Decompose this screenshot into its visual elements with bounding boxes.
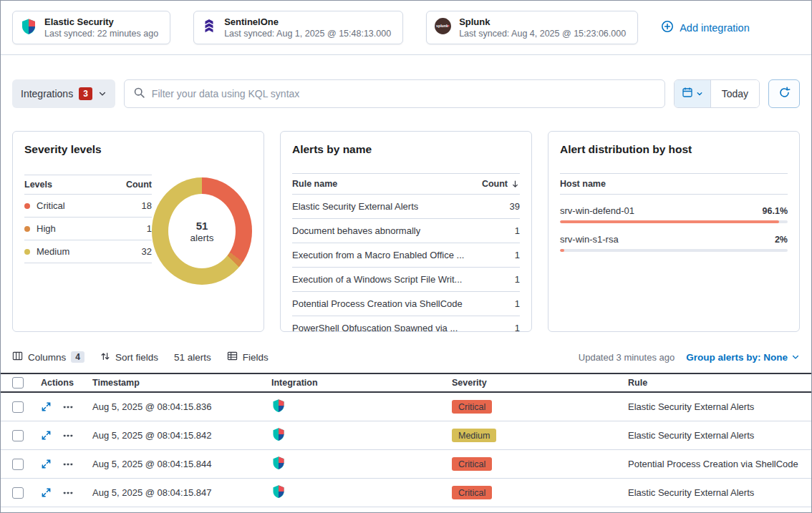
severity-count: 32	[142, 246, 152, 257]
select-all-checkbox[interactable]	[12, 377, 24, 389]
more-actions-icon[interactable]	[63, 488, 73, 498]
row-checkbox[interactable]	[12, 459, 24, 470]
alert-timestamp: Aug 5, 2025 @ 08:04:15.836	[92, 401, 271, 412]
add-integration-button[interactable]: Add integration	[661, 20, 750, 35]
host-name-link[interactable]: srv-win-s1-rsa	[560, 234, 619, 245]
integrations-bar: Elastic Security Last synced: 22 minutes…	[1, 1, 811, 55]
severity-label: Critical	[37, 200, 65, 211]
elastic-logo-icon	[271, 484, 452, 501]
refresh-button[interactable]	[768, 79, 800, 108]
chevron-down-icon	[696, 90, 703, 97]
integrations-filter-button[interactable]: Integrations 3	[12, 79, 115, 108]
group-alerts-by-dropdown[interactable]: Group alerts by: None	[686, 352, 800, 363]
header-timestamp: Timestamp	[92, 378, 271, 388]
today-button[interactable]: Today	[711, 80, 759, 107]
alert-row[interactable]: Aug 5, 2025 @ 08:04:15.844 Critical Pote…	[1, 450, 811, 479]
severity-count: 18	[142, 200, 152, 211]
rule-count: 39	[510, 201, 520, 212]
sentinelone-logo-icon	[201, 19, 217, 37]
integration-name: Splunk	[459, 16, 626, 27]
rule-name: Execution from a Macro Enabled Office ..…	[292, 250, 464, 260]
rule-name-col-header: Rule name	[292, 179, 337, 189]
summary-panels: Severity levels Levels Count Critical 18…	[12, 131, 800, 332]
expand-alert-icon[interactable]	[41, 430, 52, 441]
alert-row[interactable]: Aug 5, 2025 @ 08:04:15.842 Medium Elasti…	[1, 421, 811, 450]
severity-label: Medium	[37, 246, 69, 257]
integration-last-synced: Last synced: Aug 1, 2025 @ 15:48:13.000	[224, 29, 391, 39]
count-sort-header[interactable]: Count	[482, 179, 520, 189]
alerts-table: Actions Timestamp Integration Severity R…	[1, 373, 811, 507]
fields-label: Fields	[243, 352, 269, 363]
integration-name: Elastic Security	[44, 16, 158, 27]
rule-count: 1	[515, 323, 520, 332]
refresh-icon	[778, 87, 791, 102]
date-picker-calendar-button[interactable]	[675, 80, 711, 107]
severity-row-critical: Critical 18	[24, 195, 152, 218]
add-integration-label: Add integration	[680, 22, 750, 34]
alert-rule-name: Potential Process Creation via ShellCode	[628, 459, 800, 469]
expand-alert-icon[interactable]	[41, 487, 52, 498]
sort-fields-label: Sort fields	[115, 352, 158, 363]
more-actions-icon[interactable]	[63, 431, 73, 441]
columns-label: Columns	[28, 352, 66, 363]
integration-name: SentinelOne	[224, 16, 391, 27]
columns-icon	[12, 351, 23, 363]
rule-count: 1	[515, 298, 520, 309]
expand-alert-icon[interactable]	[41, 459, 52, 469]
host-bar-fill	[560, 220, 779, 223]
expand-alert-icon[interactable]	[41, 401, 52, 412]
severity-col-levels: Levels	[24, 180, 52, 190]
updated-timestamp: Updated 3 minutes ago	[579, 352, 675, 363]
plus-circle-icon	[661, 20, 674, 35]
integration-last-synced: Last synced: 22 minutes ago	[44, 29, 158, 39]
host-name-link[interactable]: srv-win-defend-01	[560, 205, 634, 216]
more-actions-icon[interactable]	[63, 402, 73, 412]
severity-levels-panel: Severity levels Levels Count Critical 18…	[12, 131, 264, 332]
alerts-count-label: 51 alerts	[174, 352, 211, 363]
header-rule: Rule	[628, 378, 800, 388]
panel-title: Alert distribution by host	[560, 143, 788, 156]
kql-search-input[interactable]	[152, 88, 656, 99]
alert-rule-name: Elastic Security External Alerts	[628, 430, 800, 441]
fields-button[interactable]: Fields	[227, 351, 269, 363]
sort-arrow-down-icon	[511, 180, 520, 189]
security-dashboard: Elastic Security Last synced: 22 minutes…	[0, 0, 812, 513]
header-severity: Severity	[452, 378, 628, 388]
host-percent: 2%	[775, 235, 788, 245]
row-checkbox[interactable]	[12, 401, 24, 413]
alert-row[interactable]: Aug 5, 2025 @ 08:04:15.836 Critical Elas…	[1, 393, 811, 421]
elastic-logo-icon	[271, 427, 452, 444]
alerts-by-name-row: Potential Process Creation via ShellCode…	[292, 292, 520, 316]
rule-name: Document behaves abnormally	[292, 225, 420, 236]
row-checkbox[interactable]	[12, 430, 24, 441]
chevron-down-icon	[98, 89, 107, 98]
alerts-by-name-panel: Alerts by name Rule name Count Elastic S…	[280, 131, 532, 332]
host-bar-fill	[560, 249, 564, 252]
more-actions-icon[interactable]	[63, 459, 73, 469]
integration-card-splunk[interactable]: splunk > Splunk Last synced: Aug 4, 2025…	[426, 11, 638, 44]
severity-row-medium: Medium 32	[24, 240, 152, 263]
donut-total-label: alerts	[190, 233, 213, 243]
integration-last-synced: Last synced: Aug 4, 2025 @ 15:23:06.000	[459, 29, 626, 39]
alerts-by-name-row: Execution from a Macro Enabled Office ..…	[292, 243, 520, 268]
columns-button[interactable]: Columns 4	[12, 351, 84, 363]
alert-timestamp: Aug 5, 2025 @ 08:04:15.842	[92, 430, 271, 441]
severity-dot	[24, 203, 30, 209]
severity-col-count: Count	[126, 180, 152, 190]
sort-fields-button[interactable]: Sort fields	[100, 351, 158, 363]
elastic-logo-icon	[20, 18, 37, 38]
alerts-by-name-row: Elastic Security External Alerts 39	[292, 195, 520, 219]
integrations-filter-label: Integrations	[21, 88, 73, 99]
kql-search-bar[interactable]	[124, 79, 665, 108]
integration-card-sentinelone[interactable]: SentinelOne Last synced: Aug 1, 2025 @ 1…	[193, 11, 403, 44]
calendar-icon	[682, 87, 693, 101]
chevron-down-icon	[791, 353, 800, 361]
row-checkbox[interactable]	[12, 487, 24, 499]
rule-name: Execution of a Windows Script File Writ.…	[292, 274, 462, 285]
rule-count: 1	[515, 250, 520, 260]
date-picker-group: Today	[674, 79, 760, 108]
alert-row[interactable]: Aug 5, 2025 @ 08:04:15.847 Critical Elas…	[1, 479, 811, 507]
filter-row: Integrations 3 Today	[12, 79, 800, 108]
host-row: srv-win-defend-01 96.1%	[560, 205, 788, 223]
integration-card-elastic[interactable]: Elastic Security Last synced: 22 minutes…	[12, 11, 170, 44]
